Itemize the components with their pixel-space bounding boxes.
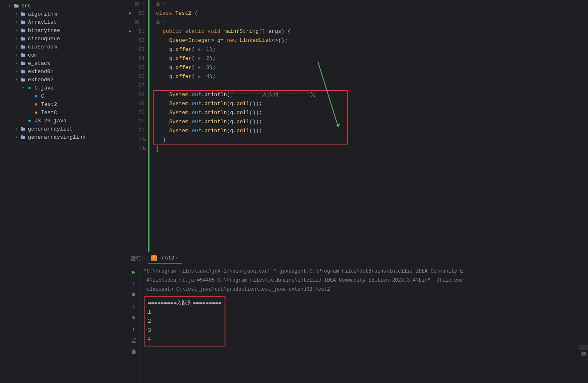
sidebar-label-circuqueue: circuqueue [28, 36, 60, 42]
arrow-generarraylist [13, 126, 20, 132]
line-numbers: 新 * ▶ 60 新 * ▶ 61 62 [127, 0, 148, 252]
line-num-61: ▶ 61 [127, 27, 145, 36]
line-num-67: 67 [127, 81, 145, 90]
code-line-new1: 新 * [156, 0, 581, 9]
sidebar-item-cjava[interactable]: ● C.java [0, 84, 127, 92]
code-line-74: } [156, 144, 581, 154]
folder-icon-extend01 [20, 68, 26, 75]
line-num-74: ◆ 74 [127, 144, 145, 154]
line-new-marker: 新 * [127, 0, 145, 9]
sidebar-label-generarraysinglink: generarraysinglink [28, 134, 85, 140]
sidebar-label-binarytree: binarytree [28, 28, 60, 34]
print-button[interactable]: 🖨 [129, 336, 139, 346]
arrow-classroom [13, 44, 20, 50]
arrow-arraylist [13, 19, 20, 25]
main-layout: src algorithm ArrayList binarytree [0, 0, 588, 383]
run-output[interactable]: "C:\Program Files\Java\jdk-17\bin\java.e… [140, 265, 588, 383]
code-line-68: System . out . println ( "=========入队列==… [156, 90, 581, 99]
line-num-63: 63 [127, 45, 145, 54]
sidebar-item-c-class[interactable]: ● C [0, 92, 127, 100]
java-file-icon-cjava: ● [26, 85, 33, 91]
sidebar-item-generarraysinglink[interactable]: generarraysinglink [0, 133, 127, 141]
code-line-70: System . out . println (q. poll ()); [156, 108, 581, 117]
class-icon-testc: ● [33, 109, 39, 116]
highlight-block: System . out . println ( "=========入队列==… [156, 90, 581, 135]
sidebar-item-j3_29[interactable]: ● J3_29.java [0, 117, 127, 125]
editor-bottom-container: 新 * ▶ 60 新 * ▶ 61 62 [127, 0, 588, 383]
run-tab-icon: T [151, 255, 157, 261]
cmd-line-2: .4\lib\idea_rt.jar=54405:C:\Program File… [144, 276, 585, 285]
arrow-src [7, 2, 13, 9]
sidebar-item-src[interactable]: src [0, 2, 127, 10]
folder-icon-algorithm [20, 11, 26, 17]
code-line-72: System . out . println (q. poll ()); [156, 126, 581, 135]
output-line-4: 4 [148, 335, 221, 344]
arrow-e_stack [13, 60, 20, 67]
sidebar-label-cjava: C.java [34, 85, 54, 91]
arrow-algorithm [13, 11, 20, 17]
folder-icon-generarraylist [20, 126, 26, 132]
cmd-line-1: "C:\Program Files\Java\jdk-17\bin\java.e… [144, 267, 585, 276]
sidebar-label-j3_29: J3_29.java [34, 118, 67, 124]
line-num-69: 69 [127, 99, 145, 108]
line-num-73: ◆ 73 [127, 135, 145, 144]
sidebar-label-test2: Test2 [41, 101, 57, 108]
sidebar-item-extend02[interactable]: extend02 [0, 76, 127, 84]
line-num-70: 70 [127, 108, 145, 117]
code-line-67 [156, 81, 581, 90]
sidebar-item-extend01[interactable]: extend01 [0, 67, 127, 76]
scroll-down-button[interactable]: ↓ [129, 301, 139, 311]
stop-button[interactable]: ■ [129, 290, 139, 300]
output-line-3: 3 [148, 326, 221, 335]
code-container[interactable]: 新 * ▶ 60 新 * ▶ 61 62 [127, 0, 588, 252]
sidebar-label-classroom: classroom [28, 44, 57, 50]
code-line-65: q. offer ( e: 3 ); [156, 63, 581, 72]
code-line-73: } [156, 135, 581, 144]
sidebar-item-test2[interactable]: ● Test2 [0, 100, 127, 108]
run-label: 运行: [131, 255, 145, 262]
class-icon-test2: ● [33, 101, 39, 108]
run-tab-test2[interactable]: T Test2 ✕ [148, 253, 182, 264]
sidebar-item-generarraylist[interactable]: generarraylist [0, 125, 127, 133]
line-num-60: ▶ 60 [127, 9, 145, 18]
line-new-marker2: 新 * [127, 18, 145, 27]
sidebar-item-e_stack[interactable]: e_stack [0, 59, 127, 67]
code-line-64: q. offer ( e: 2 ); [156, 54, 581, 63]
editor-content: 新 * ▶ 60 新 * ▶ 61 62 [127, 0, 588, 252]
sidebar: src algorithm ArrayList binarytree [0, 0, 127, 383]
arrow-j3_29 [20, 117, 26, 124]
line-num-65: 65 [127, 63, 145, 72]
folder-icon-binarytree [20, 27, 26, 34]
sidebar-item-circuqueue[interactable]: circuqueue [0, 34, 127, 43]
code-line-69: System . out . println (q. poll ()); [156, 99, 581, 108]
sidebar-item-binarytree[interactable]: binarytree [0, 26, 127, 34]
close-tab-button[interactable]: ✕ [176, 255, 179, 261]
line-num-71: 71 [127, 117, 145, 126]
code-line-60: class Test2 { [156, 9, 581, 18]
run-button[interactable]: ▶ [129, 267, 139, 277]
sidebar-item-com[interactable]: com [0, 51, 127, 59]
sidebar-label-algorithm: algorithm [28, 11, 57, 17]
sidebar-item-arraylist[interactable]: ArrayList [0, 18, 127, 26]
run-tab-bar: 运行: T Test2 ✕ [127, 252, 588, 265]
editor-area: 新 * ▶ 60 新 * ▶ 61 62 [127, 0, 588, 252]
output-line-1: 1 [148, 308, 221, 317]
settings-button[interactable]: ⬇ [129, 324, 139, 334]
code-line-62: Queue < Integer > q= new LinkedList <>()… [156, 36, 581, 45]
arrow-cjava [20, 85, 26, 91]
format-button[interactable]: ≡ [129, 313, 139, 323]
arrow-generarraysinglink [13, 134, 20, 140]
sidebar-item-algorithm[interactable]: algorithm [0, 10, 127, 18]
scroll-up-button[interactable]: ↑ [129, 278, 139, 288]
folder-icon-classroom [20, 44, 26, 50]
folder-icon-arraylist [20, 19, 26, 25]
trash-button[interactable]: 🗑 [129, 347, 139, 357]
sidebar-item-classroom[interactable]: classroom [0, 43, 127, 51]
code-line-71: System . out . println (q. poll ()); [156, 117, 581, 126]
java-file-icon-j3_29: ● [26, 117, 33, 124]
sidebar-label-testc: TestC [41, 110, 57, 116]
sidebar-item-testc[interactable]: ● TestC [0, 108, 127, 117]
sidebar-label-arraylist: ArrayList [28, 19, 57, 25]
code-editor[interactable]: 新 * class Test2 { 新 * public [149, 0, 588, 252]
arrow-com [13, 52, 20, 58]
